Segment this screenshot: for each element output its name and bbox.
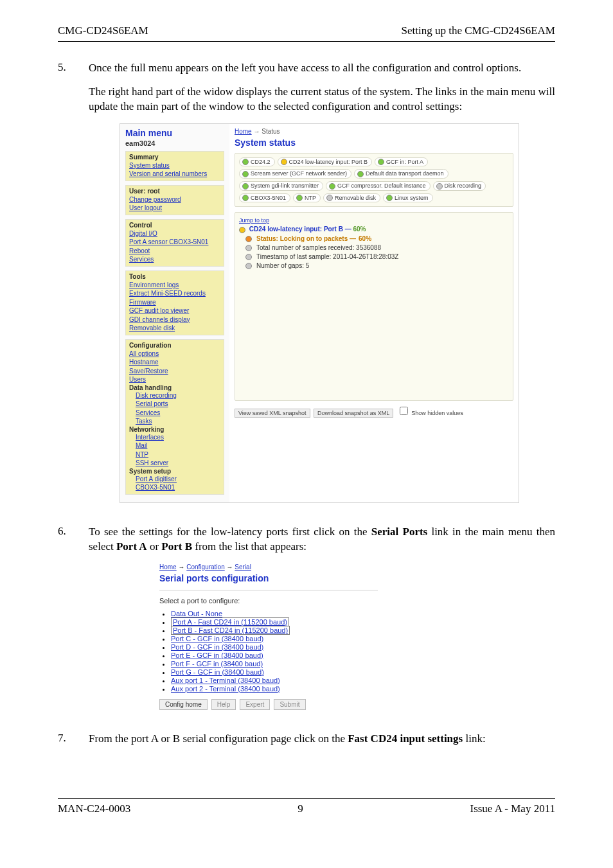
status-pill[interactable]: NTP bbox=[293, 193, 321, 203]
step-6: 6. To see the settings for the low-laten… bbox=[58, 525, 555, 722]
port-link[interactable]: Aux port 1 - Terminal (38400 baud) bbox=[171, 677, 280, 684]
status-pills: CD24.2CD24 low-latency input: Port BGCF … bbox=[235, 153, 513, 208]
link-env-logs[interactable]: Environment logs bbox=[129, 281, 220, 290]
show-hidden-checkbox[interactable] bbox=[400, 407, 408, 415]
section-user: User: root Change password User logout bbox=[125, 185, 224, 215]
main-pane: Home → Status System status CD24.2CD24 l… bbox=[229, 124, 519, 502]
link-services[interactable]: Services bbox=[136, 409, 220, 418]
led-icon bbox=[378, 159, 384, 165]
link-firmware[interactable]: Firmware bbox=[129, 298, 220, 307]
port-link[interactable]: Port F - GCF in (38400 baud) bbox=[171, 660, 263, 668]
list-item: Port A - Fast CD24 in (115200 baud) bbox=[171, 618, 378, 626]
step5-p2: The right hand part of the widow display… bbox=[89, 85, 555, 114]
page-header: CMG-CD24S6EAM Setting up the CMG-CD24S6E… bbox=[0, 0, 613, 41]
link-change-password[interactable]: Change password bbox=[129, 195, 220, 204]
link-reboot[interactable]: Reboot bbox=[129, 247, 220, 256]
port-link[interactable]: Port B - Fast CD24 in (115200 baud) bbox=[171, 626, 290, 635]
help-button[interactable]: Help bbox=[211, 699, 236, 710]
port-link[interactable]: Port C - GCF in (38400 baud) bbox=[171, 635, 263, 642]
link-system-status[interactable]: System status bbox=[129, 161, 220, 170]
link-cbox[interactable]: CBOX3-5N01 bbox=[136, 483, 220, 492]
link-porta-digitiser[interactable]: Port A digitiser bbox=[136, 475, 220, 484]
submit-button[interactable]: Submit bbox=[274, 699, 305, 710]
crumb-serial[interactable]: Serial bbox=[235, 563, 251, 571]
link-hostname[interactable]: Hostname bbox=[129, 358, 220, 367]
list-item: Data Out - None bbox=[171, 610, 378, 617]
status-pill[interactable]: System gdi-link transmitter bbox=[239, 181, 323, 191]
link-removable-disk[interactable]: Removable disk bbox=[129, 324, 220, 333]
crumb-configuration[interactable]: Configuration bbox=[186, 563, 224, 571]
link-users[interactable]: Users bbox=[129, 375, 220, 384]
button-row: Config home Help Expert Submit bbox=[159, 699, 378, 710]
link-porta-sensor[interactable]: Port A sensor CBOX3-5N01 bbox=[129, 238, 220, 247]
led-icon bbox=[329, 183, 335, 190]
port-link[interactable]: Port D - GCF in (38400 baud) bbox=[171, 643, 263, 651]
crumb-home[interactable]: Home bbox=[235, 128, 252, 135]
link-disk-recording[interactable]: Disk recording bbox=[136, 391, 220, 400]
link-services[interactable]: Services bbox=[129, 255, 220, 264]
status-line: Status: Locking on to packets — 60% bbox=[245, 235, 509, 244]
select-label: Select a port to configure: bbox=[159, 597, 378, 605]
status-pill[interactable]: Removable disk bbox=[323, 193, 380, 203]
page-footer: MAN-C24-0003 9 Issue A - May 2011 bbox=[58, 799, 555, 840]
port-link[interactable]: Port A - Fast CD24 in (115200 baud) bbox=[171, 617, 289, 626]
list-item: Port G - GCF in (38400 baud) bbox=[171, 668, 378, 676]
link-digital-io[interactable]: Digital I/O bbox=[129, 229, 220, 238]
link-gdi-channels[interactable]: GDI channels display bbox=[129, 315, 220, 324]
status-pill[interactable]: CD24 low-latency input: Port B bbox=[278, 157, 373, 167]
jump-to-top-link[interactable]: Jump to top bbox=[239, 217, 269, 224]
breadcrumb: Home → Status bbox=[235, 128, 513, 135]
status-title-text: CD24 low-latency input: Port B — bbox=[249, 226, 353, 233]
page-content: 5. Once the full menu appears on the lef… bbox=[0, 42, 613, 798]
screenshot-system-status: Main menu eam3024 Summary System status … bbox=[120, 123, 519, 503]
port-link[interactable]: Port E - GCF in (38400 baud) bbox=[171, 651, 263, 659]
led-icon bbox=[245, 254, 252, 260]
status-pill[interactable]: Linux system bbox=[383, 193, 433, 203]
link-ssh-server[interactable]: SSH server bbox=[136, 459, 220, 468]
port-link[interactable]: Port G - GCF in (38400 baud) bbox=[171, 668, 264, 676]
breadcrumb: Home → Configuration → Serial bbox=[159, 563, 378, 571]
port-link[interactable]: Aux port 2 - Terminal (38400 baud) bbox=[171, 685, 280, 693]
crumb-home[interactable]: Home bbox=[159, 563, 177, 571]
link-interfaces[interactable]: Interfaces bbox=[136, 433, 220, 442]
step6-text: To see the settings for the low-latency … bbox=[89, 525, 555, 554]
step-body: Once the full menu appears on the left y… bbox=[89, 61, 555, 515]
expert-button[interactable]: Expert bbox=[240, 699, 270, 710]
link-all-options[interactable]: All options bbox=[129, 350, 220, 359]
status-detail-box: Jump to top CD24 low-latency input: Port… bbox=[235, 212, 513, 401]
config-home-button[interactable]: Config home bbox=[159, 699, 208, 710]
link-gcf-audit[interactable]: GCF audit log viewer bbox=[129, 306, 220, 315]
led-icon bbox=[245, 263, 252, 269]
port-list: Data Out - NonePort A - Fast CD24 in (11… bbox=[171, 610, 378, 693]
status-pill[interactable]: CD24.2 bbox=[239, 157, 275, 167]
port-link[interactable]: Data Out - None bbox=[171, 610, 222, 617]
link-mail[interactable]: Mail bbox=[136, 441, 220, 450]
link-serial-ports[interactable]: Serial ports bbox=[136, 400, 220, 409]
led-icon bbox=[386, 195, 393, 201]
link-tasks[interactable]: Tasks bbox=[136, 417, 220, 426]
subhead-system-setup: System setup bbox=[129, 468, 220, 475]
download-snapshot-button[interactable]: Download snapshot as XML bbox=[314, 409, 393, 418]
status-pill[interactable]: Scream server (GCF network sender) bbox=[239, 169, 351, 179]
view-snapshot-button[interactable]: View saved XML snapshot bbox=[235, 409, 310, 418]
link-user-logout[interactable]: User logout bbox=[129, 204, 220, 213]
status-pill[interactable]: CBOX3-5N01 bbox=[239, 193, 290, 203]
led-icon bbox=[242, 159, 249, 165]
step-number: 7. bbox=[58, 732, 69, 756]
status-lines: Status: Locking on to packets — 60%Total… bbox=[239, 235, 509, 270]
status-pill[interactable]: Default data transport daemon bbox=[354, 169, 449, 179]
footer-left: MAN-C24-0003 bbox=[58, 802, 130, 815]
link-version-serial[interactable]: Version and serial numbers bbox=[129, 170, 220, 179]
led-icon bbox=[245, 236, 252, 242]
link-ntp[interactable]: NTP bbox=[136, 450, 220, 459]
status-pill[interactable]: Disk recording bbox=[433, 181, 486, 191]
section-summary: Summary System status Version and serial… bbox=[125, 151, 224, 181]
link-save-restore[interactable]: Save/Restore bbox=[129, 367, 220, 376]
list-item: Aux port 1 - Terminal (38400 baud) bbox=[171, 677, 378, 684]
led-icon bbox=[242, 171, 249, 177]
link-extract-miniseed[interactable]: Extract Mini-SEED records bbox=[129, 289, 220, 298]
led-icon bbox=[281, 159, 287, 165]
crumb-current: Status bbox=[262, 128, 280, 135]
status-pill[interactable]: GCF compressor. Default instance bbox=[326, 181, 431, 191]
status-pill[interactable]: GCF in: Port A bbox=[375, 157, 428, 167]
